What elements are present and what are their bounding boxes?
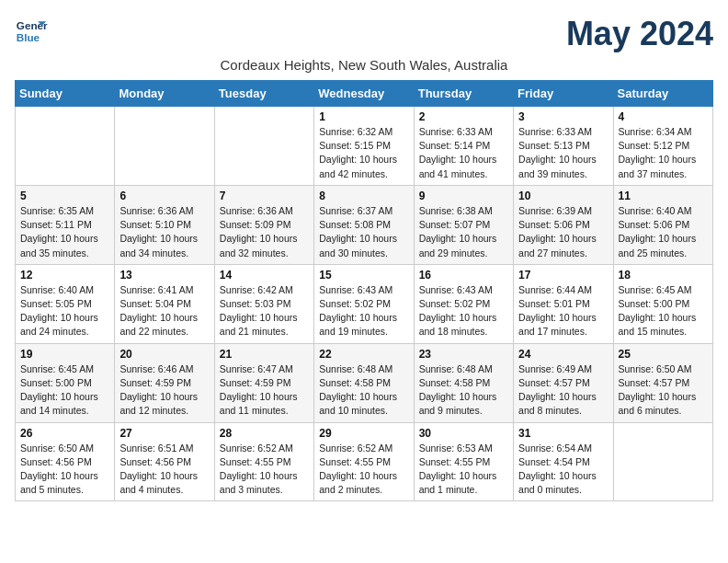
day-info: Sunrise: 6:52 AM Sunset: 4:55 PM Dayligh… xyxy=(319,442,408,498)
day-info: Sunrise: 6:40 AM Sunset: 5:06 PM Dayligh… xyxy=(619,204,708,260)
day-number: 18 xyxy=(619,269,708,282)
day-number: 13 xyxy=(119,269,209,282)
day-info: Sunrise: 6:48 AM Sunset: 4:58 PM Dayligh… xyxy=(419,362,508,419)
calendar-cell: 31Sunrise: 6:54 AM Sunset: 4:54 PM Dayli… xyxy=(514,422,613,501)
day-number: 15 xyxy=(319,269,408,282)
svg-text:Blue: Blue xyxy=(17,31,40,43)
day-number: 30 xyxy=(419,427,508,440)
logo: General Blue xyxy=(15,15,48,48)
day-number: 29 xyxy=(319,427,408,440)
day-number: 16 xyxy=(419,269,508,282)
day-number: 7 xyxy=(220,190,309,202)
day-number: 1 xyxy=(319,110,408,123)
day-info: Sunrise: 6:36 AM Sunset: 5:10 PM Dayligh… xyxy=(119,204,209,260)
calendar-cell: 30Sunrise: 6:53 AM Sunset: 4:55 PM Dayli… xyxy=(414,422,513,501)
day-info: Sunrise: 6:46 AM Sunset: 4:59 PM Dayligh… xyxy=(119,362,209,419)
day-number: 24 xyxy=(518,348,608,361)
calendar-cell: 23Sunrise: 6:48 AM Sunset: 4:58 PM Dayli… xyxy=(414,343,513,422)
day-info: Sunrise: 6:44 AM Sunset: 5:01 PM Dayligh… xyxy=(518,283,608,339)
calendar-cell: 15Sunrise: 6:43 AM Sunset: 5:02 PM Dayli… xyxy=(314,264,414,343)
day-info: Sunrise: 6:49 AM Sunset: 4:57 PM Dayligh… xyxy=(518,362,608,419)
day-info: Sunrise: 6:47 AM Sunset: 4:59 PM Dayligh… xyxy=(220,362,309,419)
day-info: Sunrise: 6:52 AM Sunset: 4:55 PM Dayligh… xyxy=(220,442,309,498)
calendar-subtitle: Cordeaux Heights, New South Wales, Austr… xyxy=(15,57,713,73)
calendar-cell: 4Sunrise: 6:34 AM Sunset: 5:12 PM Daylig… xyxy=(613,107,712,186)
day-number: 23 xyxy=(419,348,508,361)
calendar-cell: 9Sunrise: 6:38 AM Sunset: 5:07 PM Daylig… xyxy=(414,185,513,264)
day-number: 14 xyxy=(220,269,309,282)
day-number: 21 xyxy=(220,348,309,361)
weekday-friday: Friday xyxy=(514,81,613,107)
calendar-cell: 24Sunrise: 6:49 AM Sunset: 4:57 PM Dayli… xyxy=(514,343,613,422)
calendar-cell: 14Sunrise: 6:42 AM Sunset: 5:03 PM Dayli… xyxy=(214,264,313,343)
day-info: Sunrise: 6:33 AM Sunset: 5:13 PM Dayligh… xyxy=(518,125,608,181)
calendar-cell: 21Sunrise: 6:47 AM Sunset: 4:59 PM Dayli… xyxy=(214,343,313,422)
day-number: 28 xyxy=(220,427,309,440)
day-info: Sunrise: 6:50 AM Sunset: 4:57 PM Dayligh… xyxy=(619,362,708,419)
day-number: 27 xyxy=(119,427,209,440)
day-info: Sunrise: 6:48 AM Sunset: 4:58 PM Dayligh… xyxy=(319,362,408,419)
calendar-cell: 10Sunrise: 6:39 AM Sunset: 5:06 PM Dayli… xyxy=(514,185,613,264)
day-info: Sunrise: 6:45 AM Sunset: 5:00 PM Dayligh… xyxy=(619,283,708,339)
day-number: 8 xyxy=(319,190,408,202)
calendar-week-4: 19Sunrise: 6:45 AM Sunset: 5:00 PM Dayli… xyxy=(16,343,713,422)
day-info: Sunrise: 6:42 AM Sunset: 5:03 PM Dayligh… xyxy=(220,283,309,339)
calendar-cell: 2Sunrise: 6:33 AM Sunset: 5:14 PM Daylig… xyxy=(414,107,513,186)
calendar-cell xyxy=(214,107,313,186)
day-info: Sunrise: 6:32 AM Sunset: 5:15 PM Dayligh… xyxy=(319,125,408,181)
calendar-cell: 12Sunrise: 6:40 AM Sunset: 5:05 PM Dayli… xyxy=(16,264,115,343)
weekday-header-row: SundayMondayTuesdayWednesdayThursdayFrid… xyxy=(16,81,713,107)
weekday-sunday: Sunday xyxy=(16,81,115,107)
weekday-monday: Monday xyxy=(115,81,214,107)
day-number: 22 xyxy=(319,348,408,361)
calendar-cell: 27Sunrise: 6:51 AM Sunset: 4:56 PM Dayli… xyxy=(115,422,214,501)
calendar-cell: 22Sunrise: 6:48 AM Sunset: 4:58 PM Dayli… xyxy=(314,343,414,422)
calendar-cell: 16Sunrise: 6:43 AM Sunset: 5:02 PM Dayli… xyxy=(414,264,513,343)
calendar-cell: 7Sunrise: 6:36 AM Sunset: 5:09 PM Daylig… xyxy=(214,185,313,264)
calendar-cell: 5Sunrise: 6:35 AM Sunset: 5:11 PM Daylig… xyxy=(16,185,115,264)
calendar-cell: 18Sunrise: 6:45 AM Sunset: 5:00 PM Dayli… xyxy=(613,264,712,343)
calendar-body: 1Sunrise: 6:32 AM Sunset: 5:15 PM Daylig… xyxy=(16,107,713,501)
day-number: 9 xyxy=(419,190,508,202)
day-info: Sunrise: 6:40 AM Sunset: 5:05 PM Dayligh… xyxy=(20,283,109,339)
day-number: 19 xyxy=(20,348,109,361)
day-number: 3 xyxy=(518,110,608,123)
day-info: Sunrise: 6:35 AM Sunset: 5:11 PM Dayligh… xyxy=(20,204,109,260)
calendar-table: SundayMondayTuesdayWednesdayThursdayFrid… xyxy=(15,80,713,501)
calendar-cell: 25Sunrise: 6:50 AM Sunset: 4:57 PM Dayli… xyxy=(613,343,712,422)
weekday-thursday: Thursday xyxy=(414,81,513,107)
calendar-cell: 26Sunrise: 6:50 AM Sunset: 4:56 PM Dayli… xyxy=(16,422,115,501)
logo-icon: General Blue xyxy=(15,15,48,48)
calendar-cell: 28Sunrise: 6:52 AM Sunset: 4:55 PM Dayli… xyxy=(214,422,313,501)
weekday-wednesday: Wednesday xyxy=(314,81,414,107)
day-number: 17 xyxy=(518,269,608,282)
day-number: 4 xyxy=(619,110,708,123)
calendar-cell: 17Sunrise: 6:44 AM Sunset: 5:01 PM Dayli… xyxy=(514,264,613,343)
svg-text:General: General xyxy=(17,19,48,31)
day-number: 20 xyxy=(119,348,209,361)
day-number: 12 xyxy=(20,269,109,282)
calendar-cell: 8Sunrise: 6:37 AM Sunset: 5:08 PM Daylig… xyxy=(314,185,414,264)
day-info: Sunrise: 6:41 AM Sunset: 5:04 PM Dayligh… xyxy=(119,283,209,339)
calendar-week-3: 12Sunrise: 6:40 AM Sunset: 5:05 PM Dayli… xyxy=(16,264,713,343)
calendar-cell: 3Sunrise: 6:33 AM Sunset: 5:13 PM Daylig… xyxy=(514,107,613,186)
day-info: Sunrise: 6:38 AM Sunset: 5:07 PM Dayligh… xyxy=(419,204,508,260)
weekday-saturday: Saturday xyxy=(613,81,712,107)
calendar-cell xyxy=(115,107,214,186)
calendar-cell: 1Sunrise: 6:32 AM Sunset: 5:15 PM Daylig… xyxy=(314,107,414,186)
day-info: Sunrise: 6:45 AM Sunset: 5:00 PM Dayligh… xyxy=(20,362,109,419)
day-number: 31 xyxy=(518,427,608,440)
day-info: Sunrise: 6:33 AM Sunset: 5:14 PM Dayligh… xyxy=(419,125,508,181)
day-number: 25 xyxy=(619,348,708,361)
day-info: Sunrise: 6:36 AM Sunset: 5:09 PM Dayligh… xyxy=(220,204,309,260)
day-number: 2 xyxy=(419,110,508,123)
weekday-tuesday: Tuesday xyxy=(214,81,313,107)
day-info: Sunrise: 6:34 AM Sunset: 5:12 PM Dayligh… xyxy=(619,125,708,181)
calendar-week-2: 5Sunrise: 6:35 AM Sunset: 5:11 PM Daylig… xyxy=(16,185,713,264)
day-info: Sunrise: 6:37 AM Sunset: 5:08 PM Dayligh… xyxy=(319,204,408,260)
calendar-cell: 19Sunrise: 6:45 AM Sunset: 5:00 PM Dayli… xyxy=(16,343,115,422)
calendar-cell: 20Sunrise: 6:46 AM Sunset: 4:59 PM Dayli… xyxy=(115,343,214,422)
month-title: May 2024 xyxy=(566,15,713,53)
calendar-week-5: 26Sunrise: 6:50 AM Sunset: 4:56 PM Dayli… xyxy=(16,422,713,501)
day-info: Sunrise: 6:51 AM Sunset: 4:56 PM Dayligh… xyxy=(119,442,209,498)
